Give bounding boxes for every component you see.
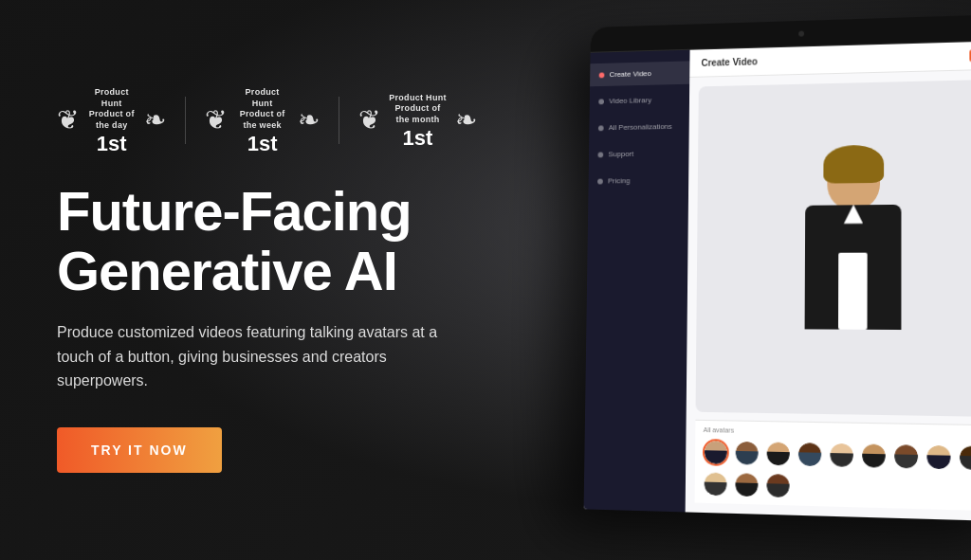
laurel-left-icon-2: ❦	[205, 107, 227, 134]
laurel-right-icon: ❧	[144, 107, 166, 134]
heading-line1: Future-Facing	[57, 180, 412, 242]
award-rank-week: 1st	[247, 134, 278, 154]
award-rank-month: 1st	[403, 128, 433, 149]
avatar-thumb-3[interactable]	[765, 440, 792, 467]
laurel-right-icon-3: ❧	[455, 107, 477, 134]
avatar-collar	[843, 205, 862, 224]
award-badge-month: ❦ Product Hunt Product of the month 1st …	[358, 93, 477, 149]
avatar-shirt	[838, 252, 868, 329]
avatar-thumb-11[interactable]	[733, 471, 760, 498]
avatar-thumb-6[interactable]	[860, 442, 888, 469]
award-rank-day: 1st	[97, 134, 127, 154]
avatar-circle-5	[830, 443, 853, 467]
avatar-thumb-4[interactable]	[797, 441, 824, 468]
award-inner-day: Product Hunt Product of the day 1st	[82, 87, 140, 154]
sidebar-item-video-library[interactable]: Video Library	[590, 88, 689, 114]
laptop-camera	[798, 30, 804, 36]
award-laurel-month: ❦ Product Hunt Product of the month 1st …	[358, 93, 477, 149]
avatar-thumb-1[interactable]	[703, 439, 729, 466]
avatar-circle-9	[960, 446, 971, 471]
laurel-left-icon-3: ❦	[358, 107, 380, 134]
content-left: ❦ Product Hunt Product of the day 1st ❧ …	[0, 49, 534, 511]
app-interface: Create Video Video Library All Personali…	[584, 41, 971, 522]
laptop-container: Create Video Video Library All Personali…	[500, 0, 971, 560]
avatar-selector: All avatars	[695, 420, 971, 512]
avatar-circle-3	[767, 442, 790, 465]
avatar-circle-11	[735, 473, 758, 497]
award-title-day: Product Hunt	[86, 87, 137, 109]
laurel-left-icon: ❦	[57, 107, 79, 134]
awards-row: ❦ Product Hunt Product of the day 1st ❧ …	[57, 87, 477, 154]
sidebar-label-library: Video Library	[609, 96, 651, 105]
hero-section: ❦ Product Hunt Product of the day 1st ❧ …	[0, 0, 971, 560]
avatar-selector-label: All avatars	[703, 426, 971, 439]
avatar-circle-7	[894, 444, 918, 468]
avatar-thumb-7[interactable]	[892, 443, 920, 471]
sidebar-dot-personal	[598, 125, 604, 131]
avatar-thumb-5[interactable]	[828, 442, 855, 469]
avatar-grid	[703, 439, 971, 505]
laurel-right-icon-2: ❧	[298, 107, 320, 134]
award-divider-1	[185, 97, 186, 144]
laptop-screen: Create Video Video Library All Personali…	[584, 13, 971, 521]
avatar-circle-12	[766, 474, 789, 497]
award-title-week: Product Hunt	[234, 87, 290, 109]
avatar-circle-4	[798, 443, 821, 466]
award-inner-month: Product Hunt Product of the month 1st	[384, 93, 451, 149]
avatar-thumb-2[interactable]	[734, 440, 760, 467]
avatar-figure	[785, 152, 921, 344]
app-header-title: Create Video	[701, 57, 758, 68]
sidebar-dot-pricing	[597, 178, 603, 184]
sidebar-item-create-video[interactable]: Create Video	[590, 61, 689, 86]
sidebar-label-create: Create Video	[609, 69, 650, 79]
content-right: Create Video Video Library All Personali…	[495, 0, 971, 560]
avatar-circle-6	[862, 443, 886, 467]
award-subtitle-month: Product of the month	[388, 103, 448, 125]
sidebar-label-pricing: Pricing	[607, 176, 629, 185]
sidebar-item-pricing[interactable]: Pricing	[588, 169, 688, 193]
hero-subtext: Produce customized videos featuring talk…	[57, 320, 465, 393]
award-subtitle-week: Product of the week	[234, 109, 290, 131]
avatar-head	[827, 152, 880, 209]
award-laurel-day: ❦ Product Hunt Product of the day 1st ❧	[57, 87, 166, 154]
award-badge-week: ❦ Product Hunt Product of the week 1st ❧	[205, 87, 320, 154]
try-it-now-button[interactable]: TRY IT NOW	[57, 427, 222, 473]
sidebar-label-support: Support	[608, 150, 633, 158]
avatar-preview-box	[696, 79, 971, 417]
sidebar-dot-create	[599, 72, 605, 78]
avatar-hair	[823, 144, 884, 183]
award-inner-week: Product Hunt Product of the week 1st	[230, 87, 294, 154]
sidebar-label-personal: All Personalizations	[608, 122, 671, 132]
avatar-thumb-12[interactable]	[764, 472, 791, 499]
avatar-thumb-9[interactable]	[958, 443, 971, 472]
award-title-month: Product Hunt	[389, 93, 447, 104]
award-badge-day: ❦ Product Hunt Product of the day 1st ❧	[57, 87, 166, 154]
heading-line2: Generative AI	[57, 240, 397, 301]
video-preview-area: All avatars	[686, 69, 971, 522]
award-divider-2	[339, 97, 339, 144]
award-laurel-week: ❦ Product Hunt Product of the week 1st ❧	[205, 87, 320, 154]
avatar-circle-8	[926, 445, 950, 469]
avatar-thumb-8[interactable]	[925, 443, 952, 472]
award-subtitle-day: Product of the day	[86, 109, 137, 131]
sidebar-dot-library	[598, 99, 604, 104]
sidebar-dot-support	[597, 152, 603, 157]
avatar-thumb-10[interactable]	[703, 470, 729, 497]
app-main: Create Video Create +	[686, 41, 971, 522]
main-heading: Future-Facing Generative AI	[57, 181, 477, 302]
sidebar-item-support[interactable]: Support	[589, 141, 689, 166]
avatar-circle-1	[705, 441, 727, 464]
avatar-body	[805, 204, 902, 329]
sidebar-item-personalizations[interactable]: All Personalizations	[589, 115, 689, 139]
avatar-circle-2	[736, 442, 759, 465]
avatar-circle-10	[705, 472, 727, 496]
app-sidebar: Create Video Video Library All Personali…	[584, 50, 690, 513]
